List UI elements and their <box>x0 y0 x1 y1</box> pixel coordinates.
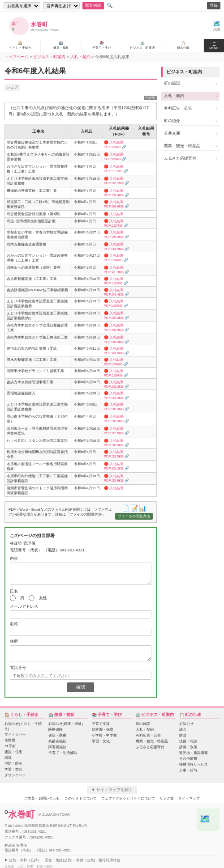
footer-business-item-2[interactable]: 入札・契約 <box>136 727 176 733</box>
nav-item-kenko[interactable]: 🏥 健康・福祉 <box>41 39 82 52</box>
footer-kurashi-item-1[interactable]: お知らせ(くらし・手続き) <box>4 721 45 732</box>
volume-select[interactable]: 音声再生あげ <box>43 2 80 9</box>
footer-kosodate-item-4[interactable]: 学習・文化 <box>92 738 132 744</box>
footer-kosodate-item-3[interactable]: 小学校・中学校 <box>92 733 132 738</box>
sidebar-item-koko[interactable]: 有料広告・公告 › <box>161 104 220 113</box>
footer-kurashi-item-4[interactable]: JT手術 <box>4 743 45 749</box>
footer-kurashi-item-3[interactable]: 住民票 <box>4 737 45 743</box>
nav-item-kurashi[interactable]: 🏠 くらし・手続き <box>0 39 41 52</box>
bid-link-3[interactable]: 🔴 入札結果PDF:32.7KB 🔗 <box>104 177 129 185</box>
bid-link-9[interactable]: 🔴 入札結果PDF:34.9KB 🔗 <box>104 242 129 251</box>
sitemap-link-access[interactable]: ウェブアクセシビリティについて <box>101 796 155 801</box>
footer-kurashi-item-6[interactable]: 環境 <box>4 755 45 761</box>
bid-link-29[interactable]: 🔴 入札結果PDF:33.9KB 🔗 <box>104 474 129 483</box>
footer-gyosei-item-4[interactable]: 法務・相談 <box>179 738 220 744</box>
bl-map[interactable]: 公地図 <box>4 864 14 868</box>
toiawase-btn[interactable]: 登録 <box>207 2 220 9</box>
map-btn[interactable]: 🗺️ 地図 <box>213 20 220 32</box>
footer-kosodate-item-2[interactable]: 幼稚園・保育 <box>92 727 132 733</box>
sidebar-item-furusato[interactable]: ふるさと応援寄付 › <box>161 154 220 163</box>
footer-kenko-item-4[interactable]: 高齢者福祉 <box>48 738 89 744</box>
bid-link-18[interactable]: 🔴 入札結果PDF:40.6KB 🔗 <box>104 347 129 355</box>
sitemap-link-iken[interactable]: ご意見・お問い合わせ <box>24 796 60 801</box>
footer-gyosei-item-1[interactable]: お知らせ <box>179 721 220 727</box>
gender-male-radio[interactable] <box>10 595 16 601</box>
bid-link-25[interactable]: 🔴 入札結果PDF:97.5KB 🔗 <box>104 427 129 435</box>
footer-business-item-1[interactable]: 町の施設 <box>136 721 176 727</box>
footer-business-item-3[interactable]: 有料広告・公告 <box>136 733 176 738</box>
phone-input[interactable] <box>10 672 151 680</box>
bid-link-17[interactable]: 🔴 入札結果PDF:38.0KB 🔗 <box>104 335 129 344</box>
address-input[interactable] <box>10 628 151 636</box>
sitemap-link-links[interactable]: リンク集 <box>159 796 174 801</box>
bid-link-8[interactable]: 🔴 入札結果PDF:38.3KB 🔗 <box>104 230 129 239</box>
footer-kurashi-item-7[interactable]: 消防・防火 <box>4 761 45 766</box>
sidebar-item-kotsu[interactable]: 公共交通 › <box>161 129 220 138</box>
bid-link-4[interactable]: 🔴 入札結果PDF:28.6KB 🔗 <box>104 189 129 197</box>
nav-item-business[interactable]: 🏢 ビジネス・町案内 <box>122 39 163 52</box>
bid-link-11[interactable]: 🔴 入札結果PDF:41.3KB 🔗 <box>104 266 129 274</box>
bid-link-7[interactable]: 🔴 入札結果PDF:127KB 🔗 <box>104 219 128 228</box>
bid-link-1[interactable]: 🔴 入札結果PDF:23KB 🔗 <box>104 152 126 161</box>
bid-link-0[interactable]: 🔴 入札結果PDF:23KB 🔗 <box>104 140 126 149</box>
bid-link-16[interactable]: 🔴 入札結果PDF:58.8KB 🔗 <box>104 323 129 332</box>
footer-business-item-5[interactable]: ふるさと応援寄付 <box>136 744 176 750</box>
bid-link-12[interactable]: 🔴 入札結果PDF:102KB 🔗 <box>104 277 128 285</box>
sitemap-link-sitemap[interactable]: サイトマップ <box>178 796 200 801</box>
footer-kenko-item-6[interactable]: 子育て・生活補助 <box>48 750 89 756</box>
footer-gyosei-item-9[interactable]: 人事・給与 <box>179 767 220 773</box>
content-input[interactable] <box>10 563 151 585</box>
footer-gyosei-item-2[interactable]: 議会 <box>179 727 220 733</box>
bid-link-21[interactable]: 🔴 入札結果PDF:33.3KB 🔗 <box>104 380 129 389</box>
breadcrumb-business[interactable]: ビジネス・町案内 <box>33 55 65 59</box>
bid-link-24[interactable]: 🔴 入札結果PDF:38.9KB 🔗 <box>104 415 129 423</box>
accessibility-btn[interactable]: 閲覧補助 <box>82 2 104 9</box>
file-method-btn[interactable]: ファイルの閲覧方法 <box>115 513 153 520</box>
gender-female-radio[interactable] <box>29 595 34 601</box>
bid-link-23[interactable]: 🔴 入札結果PDF:35.0KB 🔗 <box>104 402 129 411</box>
footer-kenko-item-1[interactable]: お知らせ(健康・福祉) <box>48 721 89 727</box>
bid-link-2[interactable]: 🔴 入札結果PDF:117KB 🔗 <box>104 165 128 173</box>
submit-btn[interactable]: 確認 <box>67 682 94 692</box>
bid-link-20[interactable]: 🔴 入札結果PDF:100KB 🔗 <box>104 369 128 377</box>
footer-kurashi-item-9[interactable]: ダウンロード <box>4 772 45 778</box>
bl-gyosei[interactable]: 行政・規則 <box>37 864 52 868</box>
bl-pop[interactable]: 人口・世帯 <box>17 864 33 868</box>
share-btn[interactable]: シェア <box>4 84 20 91</box>
footer-gyosei-item-7[interactable]: その他情報 <box>179 756 220 762</box>
footer-gyosei-item-5[interactable]: 計画・政策 <box>179 744 220 750</box>
sidebar-item-shokai[interactable]: 町の紹介 › <box>161 117 220 126</box>
footer-kenko-item-3[interactable]: 健診・医療 <box>48 733 89 738</box>
footer-gyosei-item-6[interactable]: 観光地・施設情報 <box>179 750 220 756</box>
bid-link-28[interactable]: 🔴 入札結果PDF:35.2KB 🔗 <box>104 462 129 470</box>
menu-btn[interactable]: ☰ MENU <box>204 39 224 52</box>
bid-link-5[interactable]: 🔴 入札結果PDF:36.6KB 🔗 <box>104 200 129 208</box>
footer-business-item-4[interactable]: 農業・観光・特産品 <box>136 738 176 744</box>
bid-link-27[interactable]: 🔴 入札結果PDF:33.5KB 🔗 <box>104 450 129 458</box>
footer-kurashi-item-2[interactable]: マイナンバー <box>4 732 45 737</box>
breadcrumb-nyusatsu[interactable]: 入札・契約 <box>70 55 90 59</box>
company-input[interactable] <box>10 645 151 661</box>
nav-item-gyosei[interactable]: 📋 町の行政 <box>163 39 204 52</box>
bid-link-22[interactable]: 🔴 入札結果PDF:33.3KB 🔗 <box>104 391 129 400</box>
bid-link-6[interactable]: 🔴 入札結果 <box>104 212 124 216</box>
sidebar-item-nogyo[interactable]: 農業・観光・特産品 › <box>161 142 220 151</box>
bid-link-19[interactable]: 🔴 入札結果PDF:100KB 🔗 <box>104 358 128 366</box>
bottom-link-1[interactable]: ▶ 公共・令和（公共）・安全・免許(公共)・条例（公共)・施行利用相当 <box>4 858 120 863</box>
sitemap-toggle[interactable]: ▼ サイトマップを開く <box>87 786 137 794</box>
sidebar-item-shisetsu[interactable]: 町の施設 › <box>161 79 220 88</box>
bid-link-13[interactable]: 🔴 入札結果PDF:34.4KB 🔗 <box>104 288 129 296</box>
search-icon[interactable]: 🔍 <box>107 3 113 8</box>
nav-item-kosodate[interactable]: 📚 子育て・学び <box>82 39 122 52</box>
sitemap-link-about[interactable]: このサイトについて <box>65 796 97 801</box>
bid-link-15[interactable]: 🔴 入札結果PDF:30.3KB 🔗 <box>104 311 129 320</box>
breadcrumb-top[interactable]: トップページ <box>4 55 29 59</box>
footer-gyosei-item-3[interactable]: 財政 <box>179 733 220 738</box>
footer-kenko-item-5[interactable]: 障害者福祉 <box>48 744 89 750</box>
sidebar-item-nyusatsu[interactable]: 入札・契約 › <box>161 92 220 101</box>
footer-kosodate-item-1[interactable]: 子育て支援 <box>92 721 132 727</box>
bid-link-26[interactable]: 🔴 入札結果PDF:36.0KB 🔗 <box>104 439 129 447</box>
footer-kenko-item-2[interactable]: 医療保険 <box>48 727 89 733</box>
bid-link-30[interactable]: 🔴 入札結果 <box>104 486 124 490</box>
language-select[interactable]: お言葉を選択 <box>4 2 40 9</box>
